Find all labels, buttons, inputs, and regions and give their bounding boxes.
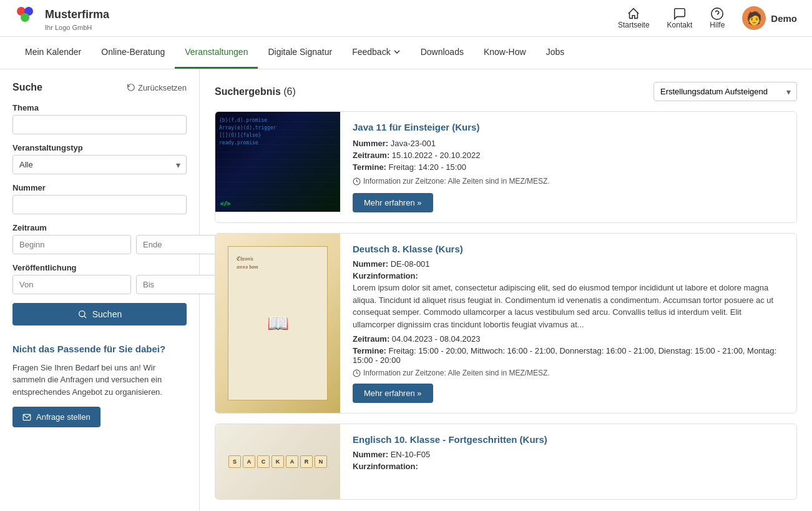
chat-icon — [673, 7, 687, 21]
veranstaltungstyp-label: Veranstaltungstyp — [12, 143, 187, 152]
zeitraum-group: Zeitraum — [12, 223, 187, 254]
card-1-zeitraum: Zeitraum: 15.10.2022 - 20.10.2022 — [353, 151, 784, 160]
reset-icon — [127, 83, 135, 92]
card-2-title[interactable]: Deutsch 8. Klasse (Kurs) — [353, 244, 784, 254]
card-2-kurzinfo-label: Kurzinformation: — [353, 271, 784, 280]
card-1-title[interactable]: Java 11 für Einsteiger (Kurs) — [353, 122, 784, 132]
card-3-title[interactable]: Englisch 10. Klasse - Fortgeschritten (K… — [353, 434, 784, 445]
logo-icon — [15, 5, 40, 24]
promo-box: Nicht das Passende für Sie dabei? Fragen… — [12, 343, 187, 427]
card-2-termine: Termine: Freitag: 15:00 - 20:00, Mittwoc… — [353, 346, 784, 365]
svg-point-3 — [712, 8, 723, 19]
card-3-nummer: Nummer: EN-10-F05 — [353, 450, 784, 459]
nav-hilfe[interactable]: Hilfe — [710, 7, 725, 29]
results-count: (6) — [283, 86, 296, 97]
card-1: {b}(f,d).promiseArray(e)(d),trigger[[](0… — [215, 111, 797, 223]
svg-line-6 — [84, 316, 86, 318]
card-2-nummer: Nummer: DE-08-001 — [353, 259, 784, 269]
sort-select[interactable]: Erstellungsdatum Aufsteigend Erstellungs… — [653, 82, 797, 101]
promo-text: Fragen Sie Ihren Bedarf bei uns an! Wir … — [12, 362, 187, 399]
logo-sub: Ihr Logo GmbH — [45, 24, 109, 31]
sidebar-item-digitale-signatur[interactable]: Digitale Signatur — [258, 37, 342, 69]
card-2-mehr-btn[interactable]: Mehr erfahren » — [353, 384, 433, 403]
card-1-nummer: Nummer: Java-23-001 — [353, 139, 784, 148]
sidebar-title: Suche — [12, 82, 42, 93]
search-button[interactable]: Suchen — [12, 303, 187, 325]
card-3-image: S A C K A R N — [215, 424, 340, 499]
svg-point-5 — [79, 311, 84, 317]
von-input[interactable] — [12, 275, 131, 294]
avatar: 🧑 — [742, 6, 766, 30]
card-1-image: {b}(f,d).promiseArray(e)(d),trigger[[](0… — [215, 112, 340, 212]
sidebar-item-online-beratung[interactable]: Online-Beratung — [91, 37, 175, 69]
card-3-body: Englisch 10. Klasse - Fortgeschritten (K… — [340, 424, 796, 499]
veranstaltungstyp-select[interactable]: Alle Kurs Workshop Webinar — [12, 155, 187, 174]
veranstaltungstyp-group: Veranstaltungstyp Alle Kurs Workshop Web… — [12, 143, 187, 174]
zeitraum-beginn-input[interactable] — [12, 235, 131, 254]
card-2: 📖 ℭ𝔥𝔯𝔬𝔫𝔦𝔠𝔞𝔫𝔫𝔬 𝔡𝔬𝔪 Deutsch 8. Klasse (Kur… — [215, 233, 797, 414]
sidebar-item-know-how[interactable]: Know-How — [474, 37, 536, 69]
card-2-body: Deutsch 8. Klasse (Kurs) Nummer: DE-08-0… — [340, 234, 796, 413]
sidebar-item-veranstaltungen[interactable]: Veranstaltungen — [175, 37, 258, 69]
veroeffentlichung-label: Veröffentlichung — [12, 263, 187, 272]
user-area[interactable]: 🧑 Demo — [742, 6, 797, 30]
sidebar: Suche Zurücksetzen Thema Veranstaltungst… — [0, 69, 200, 511]
thema-label: Thema — [12, 103, 187, 112]
sidebar-item-jobs[interactable]: Jobs — [536, 37, 575, 69]
search-icon — [77, 309, 87, 319]
content: Suchergebnis (6) Erstellungsdatum Aufste… — [200, 69, 812, 511]
nav-startseite[interactable]: Startseite — [618, 7, 650, 29]
home-icon — [627, 7, 640, 21]
hilfe-label: Hilfe — [710, 21, 725, 29]
thema-input[interactable] — [12, 115, 187, 134]
logo-text: Musterfirma — [45, 8, 109, 21]
navbar: Mein Kalender Online-Beratung Veranstalt… — [0, 37, 812, 69]
svg-point-2 — [21, 13, 29, 22]
nummer-input[interactable] — [12, 195, 187, 214]
promo-title: Nicht das Passende für Sie dabei? — [12, 343, 187, 355]
reset-link[interactable]: Zurücksetzen — [127, 83, 187, 92]
question-icon — [710, 7, 724, 21]
sidebar-item-mein-kalender[interactable]: Mein Kalender — [15, 37, 91, 69]
card-1-timezone: Information zur Zeitzone: Alle Zeiten si… — [353, 177, 784, 186]
nummer-group: Nummer — [12, 183, 187, 214]
card-2-timezone: Information zur Zeitzone: Alle Zeiten si… — [353, 369, 784, 377]
envelope-icon — [22, 413, 31, 422]
veroeffentlichung-group: Veröffentlichung — [12, 263, 187, 294]
header: Musterfirma Ihr Logo GmbH Startseite Kon… — [0, 0, 812, 37]
nummer-label: Nummer — [12, 183, 187, 192]
results-title: Suchergebnis (6) — [215, 86, 296, 97]
card-3: S A C K A R N Englisch 10. Klasse - Fort… — [215, 424, 797, 500]
card-1-body: Java 11 für Einsteiger (Kurs) Nummer: Ja… — [340, 112, 796, 222]
card-2-desc: Lorem ipsum dolor sit amet, consectetur … — [353, 282, 784, 330]
anfrage-button[interactable]: Anfrage stellen — [12, 407, 100, 427]
chevron-down-icon — [393, 48, 401, 56]
sidebar-item-downloads[interactable]: Downloads — [411, 37, 474, 69]
thema-group: Thema — [12, 103, 187, 134]
card-1-mehr-btn[interactable]: Mehr erfahren » — [353, 193, 433, 212]
card-2-zeitraum: Zeitraum: 04.04.2023 - 08.04.2023 — [353, 334, 784, 344]
username: Demo — [771, 13, 797, 24]
card-3-kurzinfo-label: Kurzinformation: — [353, 462, 784, 471]
card-1-termine: Termine: Freitag: 14:20 - 15:00 — [353, 162, 784, 172]
logo-area: Musterfirma Ihr Logo GmbH — [15, 5, 109, 31]
clock-icon — [353, 177, 361, 186]
clock-icon-2 — [353, 369, 361, 377]
card-2-image: 📖 ℭ𝔥𝔯𝔬𝔫𝔦𝔠𝔞𝔫𝔫𝔬 𝔡𝔬𝔪 — [215, 234, 340, 413]
nav-kontakt[interactable]: Kontakt — [667, 7, 693, 29]
zeitraum-label: Zeitraum — [12, 223, 187, 232]
sidebar-item-feedback[interactable]: Feedback — [342, 37, 410, 69]
startseite-label: Startseite — [618, 21, 650, 29]
kontakt-label: Kontakt — [667, 21, 693, 29]
